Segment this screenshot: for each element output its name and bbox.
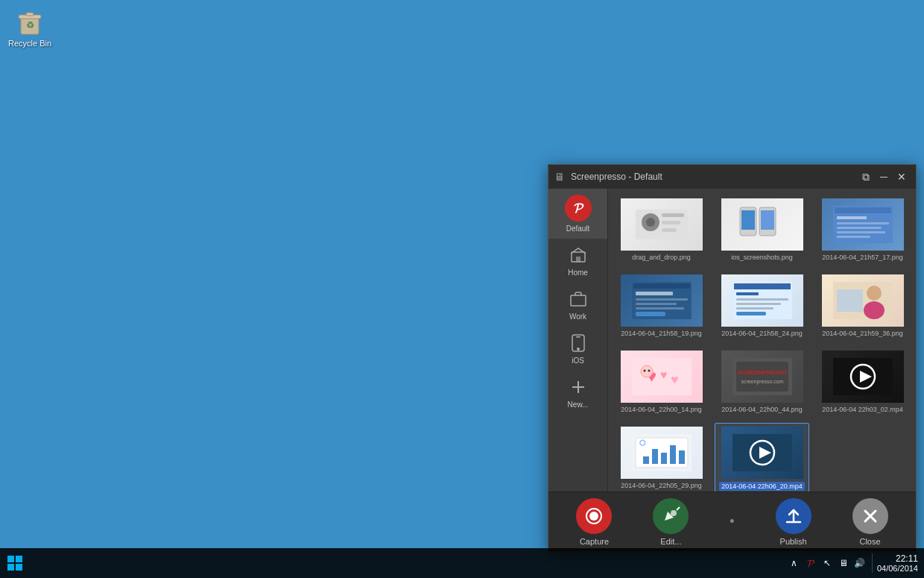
thumbnail-ts7[interactable]: 2014-06-04 22h03_02.mp4 — [815, 347, 910, 417]
svg-rect-5 — [576, 257, 580, 262]
screenpresso-window: 🖥 Screenpresso - Default ⧉ ─ ✕ 𝓟 Default — [548, 164, 917, 552]
svg-rect-21 — [761, 210, 774, 230]
svg-rect-30 — [633, 283, 690, 289]
sidebar-item-label-ios: iOS — [572, 356, 584, 365]
thumb-preview-ts4 — [822, 274, 904, 327]
svg-rect-65 — [661, 453, 667, 464]
thumb-preview-ts6: SCREENPRESSO screenpresso.com — [721, 351, 803, 403]
svg-rect-40 — [736, 303, 781, 305]
svg-rect-33 — [636, 303, 677, 305]
recycle-bin-icon: ♻ — [15, 7, 45, 37]
sidebar-item-default[interactable]: 𝓟 Default — [548, 189, 607, 239]
system-tray: ∧ 𝓟 ↖ 🖥 🔊 — [788, 557, 866, 569]
sidebar-item-work[interactable]: Work — [548, 283, 607, 327]
svg-rect-26 — [837, 227, 882, 229]
svg-point-14 — [646, 218, 655, 227]
edit-button[interactable]: Edit... — [653, 498, 689, 546]
capture-icon — [576, 498, 612, 534]
svg-rect-34 — [636, 307, 684, 310]
tray-app-icon[interactable]: 𝓟 — [805, 557, 817, 569]
svg-point-8 — [577, 348, 578, 350]
svg-point-52 — [643, 370, 645, 372]
publish-button[interactable]: Publish — [776, 498, 811, 546]
svg-rect-16 — [662, 221, 680, 224]
thumbnail-ts8[interactable]: ⬡ 2014-06-04_22h05_29.png — [614, 423, 709, 491]
thumbnail-ts9[interactable]: 2014-06-04 22h06_20.mp4 — [715, 423, 809, 491]
tray-cursor-icon: ↖ — [821, 557, 833, 569]
content-area: drag_and_drop.png ios_screenshots.png — [608, 189, 916, 491]
thumbnail-drag-and-drop[interactable]: drag_and_drop.png — [614, 195, 709, 265]
thumbnail-ts4[interactable]: 2014-06-04_21h59_36.png — [815, 271, 910, 341]
title-bar-title: Screenpresso - Default — [571, 172, 662, 182]
svg-rect-41 — [736, 307, 773, 310]
tray-volume-icon[interactable]: 🔊 — [854, 557, 866, 569]
svg-rect-31 — [636, 292, 673, 295]
thumb-label-ts8: 2014-06-04_22h05_29.png — [621, 482, 702, 489]
tray-expand-icon[interactable]: ∧ — [788, 557, 800, 569]
sidebar-item-label-new: New... — [568, 400, 589, 409]
work-icon — [568, 289, 589, 310]
minimize-button[interactable]: ─ — [876, 169, 892, 185]
svg-rect-46 — [837, 289, 863, 312]
close-icon — [852, 498, 888, 534]
new-icon — [568, 377, 589, 398]
close-button[interactable]: Close — [852, 498, 888, 546]
system-clock[interactable]: 22:11 04/06/2014 — [872, 553, 918, 573]
thumbnail-ts3[interactable]: 2014-06-04_21h58_24.png — [715, 271, 809, 341]
svg-rect-39 — [736, 298, 788, 301]
svg-point-44 — [867, 286, 882, 301]
svg-rect-15 — [662, 213, 684, 217]
clock-date: 04/06/2014 — [877, 564, 918, 573]
restore-button[interactable]: ⧉ — [858, 169, 874, 185]
title-bar-left: 🖥 Screenpresso - Default — [554, 171, 662, 183]
svg-text:⬡: ⬡ — [639, 439, 646, 447]
svg-text:♥: ♥ — [671, 372, 679, 387]
svg-rect-63 — [643, 456, 649, 464]
home-icon — [568, 245, 589, 266]
svg-rect-35 — [636, 312, 665, 316]
thumbnail-ios-screenshots[interactable]: ios_screenshots.png — [715, 195, 809, 265]
svg-rect-32 — [636, 298, 688, 301]
taskbar: ∧ 𝓟 ↖ 🖥 🔊 22:11 04/06/2014 — [0, 548, 924, 578]
svg-rect-27 — [837, 231, 885, 233]
sidebar-item-ios[interactable]: iOS — [548, 327, 607, 371]
thumbnail-ts1[interactable]: 2014-06-04_21h57_17.png — [815, 195, 910, 265]
thumb-label-ios: ios_screenshots.png — [731, 254, 793, 261]
bottom-toolbar: Capture Edit... • — [548, 491, 916, 551]
ios-icon — [568, 333, 589, 354]
svg-rect-23 — [835, 207, 891, 213]
svg-rect-2 — [26, 13, 34, 16]
svg-point-51 — [641, 365, 653, 377]
thumb-preview-ts8: ⬡ — [621, 427, 703, 479]
thumb-preview-ts5: ♥ ♥ ♥ — [621, 351, 703, 403]
svg-point-73 — [589, 512, 598, 521]
svg-rect-67 — [679, 450, 685, 464]
svg-rect-24 — [837, 216, 867, 219]
close-window-button[interactable]: ✕ — [893, 169, 910, 185]
thumb-preview-ts3 — [721, 274, 803, 327]
sidebar-item-home[interactable]: Home — [548, 239, 607, 283]
edit-label: Edit... — [660, 537, 681, 546]
svg-rect-6 — [571, 295, 586, 306]
start-button[interactable] — [0, 548, 30, 578]
publish-icon — [776, 498, 811, 534]
thumbnail-ts2[interactable]: 2014-06-04_21h58_19.png — [614, 271, 709, 341]
windows-logo — [7, 556, 22, 571]
svg-rect-25 — [837, 222, 889, 224]
svg-rect-28 — [837, 236, 870, 238]
thumbnail-ts6[interactable]: SCREENPRESSO screenpresso.com 2014-06-04… — [715, 347, 809, 417]
svg-text:SCREENPRESSO: SCREENPRESSO — [737, 369, 787, 376]
thumb-preview-drag — [621, 198, 703, 251]
tray-network-icon[interactable]: 🖥 — [838, 557, 849, 569]
separator: • — [730, 514, 734, 530]
sidebar-item-new[interactable]: New... — [548, 371, 607, 415]
thumb-label-drag: drag_and_drop.png — [632, 254, 691, 261]
recycle-bin[interactable]: ♻ Recycle Bin — [7, 7, 52, 48]
thumbnail-ts5[interactable]: ♥ ♥ ♥ 2014-06-04_22h00_14.png — [614, 347, 709, 417]
svg-point-74 — [671, 510, 677, 516]
thumb-label-ts4: 2014-06-04_21h59_36.png — [822, 330, 903, 337]
svg-rect-38 — [736, 292, 759, 295]
default-icon: 𝓟 — [565, 195, 592, 222]
capture-button[interactable]: Capture — [576, 498, 612, 546]
thumb-preview-ts7 — [822, 351, 904, 403]
